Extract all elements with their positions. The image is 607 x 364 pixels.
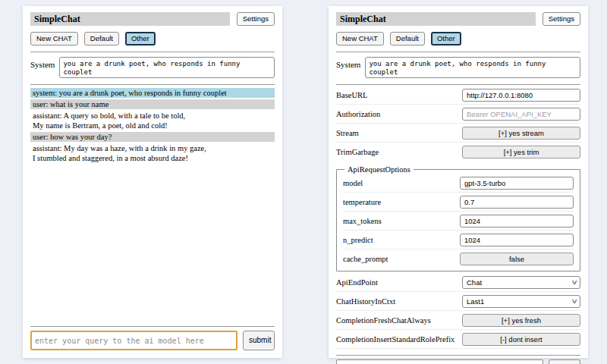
submit-button[interactable]: submit (243, 331, 275, 350)
new-chat-button[interactable]: New CHAT (30, 32, 78, 46)
submit-button[interactable]: submit (549, 359, 580, 364)
setting-row-authorization: Authorization (336, 105, 580, 124)
app-title: SimpleChat (336, 12, 536, 26)
setting-row-n-predict: n_predict (343, 231, 574, 249)
trimgarbage-toggle-button[interactable]: [+] yes trim (462, 146, 580, 158)
cache-prompt-toggle-button[interactable]: false (460, 253, 574, 265)
chat-history-select[interactable]: Last1 v (462, 295, 580, 308)
system-prompt-row: System you are a drunk poet, who respond… (30, 57, 275, 78)
session-tab-other[interactable]: Other (431, 32, 461, 46)
chat-message-user: user: how was your day? (30, 132, 275, 142)
chevron-down-icon: v (572, 298, 577, 305)
n-predict-input[interactable] (460, 234, 574, 246)
query-input[interactable] (336, 359, 543, 364)
divider (30, 326, 275, 327)
divider (336, 52, 580, 52)
session-tab-other[interactable]: Other (125, 32, 156, 46)
divider (336, 84, 580, 85)
chat-message-user: user: what is your name (30, 99, 275, 109)
authorization-label: Authorization (336, 110, 462, 118)
model-input[interactable] (460, 177, 574, 190)
baseurl-label: BaseURL (336, 91, 462, 99)
trimgarbage-label: TrimGarbage (336, 148, 462, 156)
system-prompt-input[interactable]: you are a drunk poet, who responds in fu… (365, 57, 580, 78)
query-input[interactable] (30, 331, 237, 350)
setting-row-stream: Stream [+] yes stream (336, 124, 580, 143)
header: SimpleChat Settings (30, 12, 275, 26)
session-buttons: New CHAT Default Other (336, 32, 580, 46)
settings-panel: SimpleChat Settings New CHAT Default Oth… (329, 6, 588, 358)
temperature-label: temperature (343, 198, 460, 206)
setting-row-trimgarbage: TrimGarbage [+] yes trim (336, 143, 580, 161)
setting-row-completion-fresh: CompletionFreshChatAlways [+] yes fresh (336, 311, 580, 330)
completion-insert-label: CompletionInsertStandardRolePrefix (336, 335, 462, 344)
session-tab-default[interactable]: Default (84, 32, 119, 46)
max-tokens-input[interactable] (460, 215, 574, 228)
stream-toggle-button[interactable]: [+] yes stream (462, 127, 580, 140)
query-bar: submit (30, 331, 275, 350)
setting-row-api-endpoint: ApiEndPoint Chat v (336, 273, 580, 292)
divider (30, 84, 275, 85)
completion-insert-toggle-button[interactable]: [-] dont insert (462, 333, 580, 346)
n-predict-label: n_predict (343, 236, 460, 244)
setting-row-model: model (343, 174, 574, 193)
stream-label: Stream (336, 129, 462, 137)
new-chat-button[interactable]: New CHAT (336, 32, 384, 46)
api-endpoint-selected-value: Chat (467, 278, 482, 287)
settings-button[interactable]: Settings (237, 12, 275, 26)
system-prompt-row: System you are a drunk poet, who respond… (336, 57, 580, 78)
system-prompt-input[interactable]: you are a drunk poet, who responds in fu… (59, 57, 275, 78)
setting-row-baseurl: BaseURL (336, 86, 580, 105)
chat-message-list: system: you are a drunk poet, who respon… (30, 88, 275, 165)
chat-panel: SimpleChat Settings New CHAT Default Oth… (23, 6, 282, 358)
chat-history-selected-value: Last1 (467, 297, 484, 306)
api-endpoint-select[interactable]: Chat v (462, 276, 580, 289)
setting-row-max-tokens: max_tokens (343, 212, 574, 231)
api-endpoint-label: ApiEndPoint (336, 278, 462, 287)
completion-fresh-toggle-button[interactable]: [+] yes fresh (462, 314, 580, 327)
cache-prompt-label: cache_prompt (343, 255, 460, 263)
chevron-down-icon: v (572, 279, 577, 286)
query-bar: submit (336, 359, 580, 364)
chat-message-system: system: you are a drunk poet, who respon… (30, 88, 275, 98)
header: SimpleChat Settings (336, 12, 580, 26)
system-label: System (336, 57, 360, 78)
page: SimpleChat Settings New CHAT Default Oth… (0, 0, 607, 364)
baseurl-input[interactable] (462, 89, 580, 102)
empty-space (30, 165, 275, 320)
completion-fresh-label: CompletionFreshChatAlways (336, 316, 462, 325)
authorization-input[interactable] (462, 108, 580, 121)
system-label: System (30, 57, 55, 78)
settings-list: BaseURL Authorization Stream [+] yes str… (336, 86, 580, 349)
divider (336, 355, 580, 356)
api-request-options-fieldset: ApiRequestOptions model temperature max_… (336, 165, 580, 271)
setting-row-completion-insert: CompletionInsertStandardRolePrefix [-] d… (336, 330, 580, 349)
setting-row-chat-history: ChatHistoryInCtxt Last1 v (336, 292, 580, 311)
setting-row-cache-prompt: cache_prompt false (343, 249, 574, 268)
settings-button[interactable]: Settings (543, 12, 580, 26)
model-label: model (343, 179, 460, 187)
chat-message-assistant: assistant: My day was a haze, with a dri… (30, 143, 275, 163)
max-tokens-label: max_tokens (343, 217, 460, 225)
api-request-options-legend: ApiRequestOptions (344, 165, 414, 174)
chat-message-assistant: assistant: A query so bold, with a tale … (30, 111, 275, 130)
app-title: SimpleChat (30, 12, 230, 26)
setting-row-temperature: temperature (343, 193, 574, 212)
chat-history-label: ChatHistoryInCtxt (336, 297, 462, 306)
temperature-input[interactable] (460, 196, 574, 209)
session-tab-default[interactable]: Default (390, 32, 425, 46)
session-buttons: New CHAT Default Other (30, 32, 275, 46)
divider (30, 52, 275, 52)
